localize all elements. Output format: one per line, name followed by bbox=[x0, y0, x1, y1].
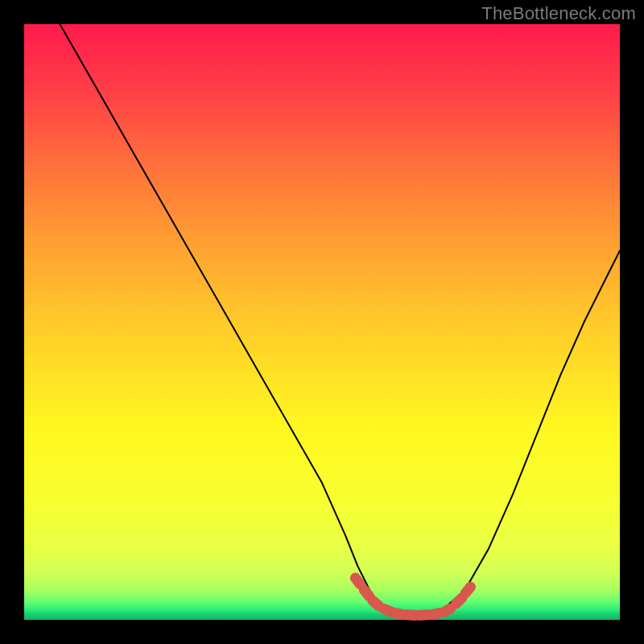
chart-overlay bbox=[24, 24, 620, 620]
bottleneck-curve bbox=[60, 24, 620, 617]
chart-frame: TheBottleneck.com bbox=[0, 0, 644, 644]
plot-area bbox=[24, 24, 620, 620]
watermark-text: TheBottleneck.com bbox=[481, 3, 636, 24]
marker-band bbox=[349, 572, 477, 621]
